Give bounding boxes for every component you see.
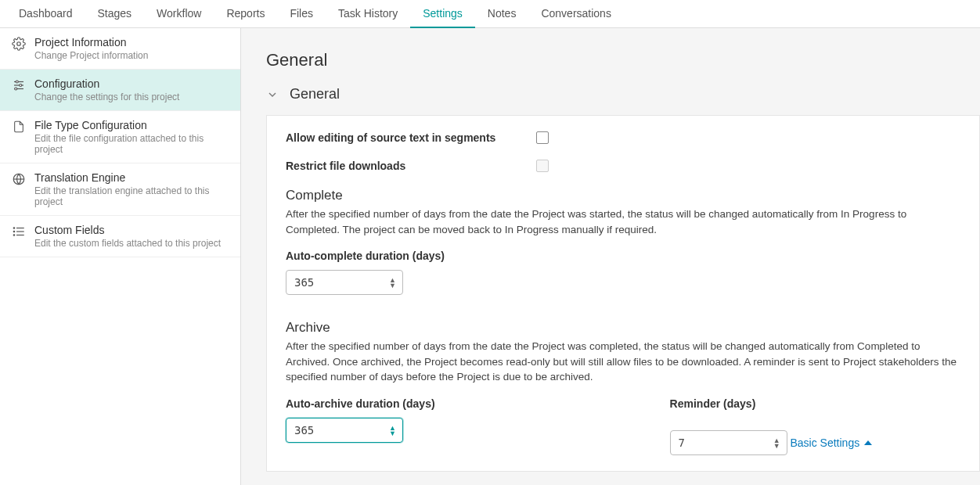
sidebar-item-file-type-configuration[interactable]: File Type Configuration Edit the file co… [0, 111, 240, 163]
tab-workflow[interactable]: Workflow [144, 0, 214, 28]
svg-point-12 [13, 228, 15, 229]
sidebar-item-title: Configuration [34, 77, 179, 90]
svg-point-6 [15, 88, 17, 90]
globe-icon [9, 172, 28, 186]
reminder-days-input[interactable]: 7 ▲▼ [670, 430, 787, 455]
tab-conversations[interactable]: Conversations [528, 0, 624, 28]
main-content: General General Allow editing of source … [241, 28, 980, 485]
sidebar-item-title: Translation Engine [34, 171, 231, 184]
spinner-arrows-icon[interactable]: ▲▼ [773, 437, 780, 448]
archive-description: After the specified number of days from … [286, 339, 960, 385]
reminder-days-label: Reminder (days) [670, 397, 873, 410]
tab-task-history[interactable]: Task History [326, 0, 410, 28]
list-icon [9, 225, 28, 239]
sidebar-item-subtitle: Change Project information [34, 50, 148, 61]
tab-reports[interactable]: Reports [214, 0, 277, 28]
svg-point-0 [17, 42, 21, 46]
auto-complete-duration-label: Auto-complete duration (days) [286, 250, 960, 262]
section-header-general[interactable]: General [266, 86, 980, 102]
sidebar-item-subtitle: Edit the file configuration attached to … [34, 133, 231, 155]
archive-heading: Archive [286, 320, 960, 336]
spinner-arrows-icon[interactable]: ▲▼ [389, 277, 396, 288]
top-nav: Dashboard Stages Workflow Reports Files … [0, 0, 980, 28]
tab-stages[interactable]: Stages [85, 0, 145, 28]
restrict-downloads-label: Restrict file downloads [286, 160, 536, 172]
sidebar-item-project-information[interactable]: Project Information Change Project infor… [0, 28, 240, 70]
settings-sidebar: Project Information Change Project infor… [0, 28, 241, 485]
tab-settings[interactable]: Settings [410, 0, 475, 28]
sidebar-item-title: File Type Configuration [34, 119, 231, 131]
row-restrict-downloads: Restrict file downloads [286, 160, 960, 172]
auto-complete-duration-input[interactable]: 365 ▲▼ [286, 270, 403, 295]
section-title: General [290, 86, 340, 102]
allow-edit-checkbox[interactable] [536, 131, 549, 144]
tab-notes[interactable]: Notes [475, 0, 529, 28]
basic-settings-label: Basic Settings [790, 436, 859, 449]
file-icon [9, 120, 28, 134]
page-title: General [266, 50, 980, 70]
auto-archive-duration-input[interactable]: 365 ▲▼ [286, 418, 403, 443]
sidebar-item-title: Project Information [34, 36, 148, 48]
svg-point-13 [13, 231, 15, 232]
gear-icon [9, 37, 28, 51]
auto-complete-duration-value: 365 [294, 276, 314, 289]
chevron-down-icon [266, 88, 279, 101]
complete-description: After the specified number of days from … [286, 207, 960, 237]
auto-archive-duration-label: Auto-archive duration (days) [286, 397, 435, 410]
restrict-downloads-checkbox[interactable] [536, 160, 549, 172]
sliders-icon [9, 78, 28, 92]
general-card: Allow editing of source text in segments… [266, 115, 980, 472]
allow-edit-label: Allow editing of source text in segments [286, 131, 536, 144]
sidebar-item-subtitle: Edit the translation engine attached to … [34, 185, 231, 207]
svg-point-5 [20, 84, 22, 87]
sidebar-item-subtitle: Change the settings for this project [34, 92, 179, 102]
complete-heading: Complete [286, 188, 960, 203]
sidebar-item-configuration[interactable]: Configuration Change the settings for th… [0, 70, 240, 111]
sidebar-item-custom-fields[interactable]: Custom Fields Edit the custom fields att… [0, 216, 240, 257]
reminder-days-value: 7 [679, 436, 685, 449]
svg-point-14 [13, 235, 15, 236]
sidebar-item-subtitle: Edit the custom fields attached to this … [34, 238, 221, 249]
basic-settings-toggle[interactable]: Basic Settings [790, 436, 872, 449]
tab-files[interactable]: Files [277, 0, 326, 28]
auto-archive-duration-value: 365 [294, 424, 314, 436]
svg-point-4 [16, 81, 18, 83]
tab-dashboard[interactable]: Dashboard [6, 0, 85, 28]
sidebar-item-translation-engine[interactable]: Translation Engine Edit the translation … [0, 163, 240, 216]
caret-up-icon [864, 440, 872, 445]
spinner-arrows-icon[interactable]: ▲▼ [389, 425, 396, 436]
sidebar-item-title: Custom Fields [34, 224, 221, 236]
row-allow-edit: Allow editing of source text in segments [286, 131, 960, 144]
